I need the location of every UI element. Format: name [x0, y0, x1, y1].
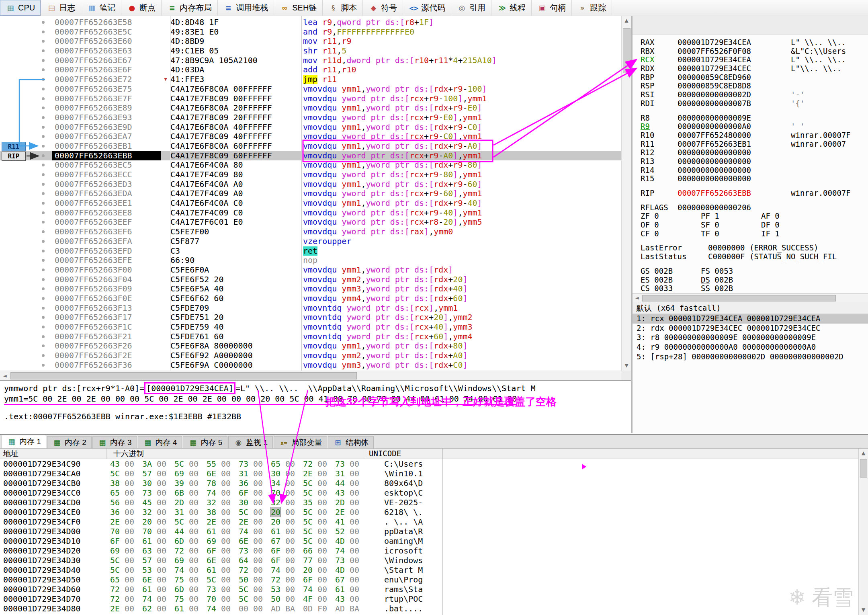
hex-byte[interactable]: 5C: [303, 507, 313, 517]
disasm-row[interactable]: 00007FF652663E5C49:83E1 E0and r9,FFFFFFF…: [0, 27, 621, 37]
breakpoint-dot[interactable]: [42, 316, 45, 319]
disasm-row[interactable]: 00007FF652663EE8C4A17E7F4C09 C0vmovdqu y…: [0, 208, 621, 218]
breakpoint-dot[interactable]: [42, 78, 45, 81]
toolbar-tab-source[interactable]: 源代码: [403, 0, 451, 16]
disasm-row[interactable]: 00007FF652663EFDC3ret: [0, 246, 621, 256]
disasm-row[interactable]: 00007FF652663F04C5FE6F52 20vmovdqu ymm2,…: [0, 275, 621, 285]
disassembly-view[interactable]: 00007FF652663E584D:8D48 1Flea r9,qword p…: [0, 16, 621, 371]
hex-byte[interactable]: 00: [285, 507, 295, 517]
disasm-hscrollbar[interactable]: ◄ ►: [0, 371, 631, 380]
hex-byte[interactable]: 00: [253, 498, 263, 507]
hex-byte[interactable]: 39: [174, 478, 184, 488]
hex-byte[interactable]: 50: [271, 594, 280, 604]
hex-byte[interactable]: 00: [157, 584, 166, 594]
hex-byte[interactable]: AD: [335, 604, 345, 613]
hex-byte[interactable]: 5C: [303, 488, 313, 498]
breakpoint-dot[interactable]: [42, 183, 45, 186]
hex-byte[interactable]: 00: [157, 469, 166, 478]
hex-byte[interactable]: 00: [157, 527, 166, 536]
toolbar-tab-script[interactable]: 脚本: [323, 0, 363, 16]
hex-byte[interactable]: 00: [285, 556, 295, 565]
fastcall-row[interactable]: 1: rcx 000001D729E34CEA 000001D729E34CEA: [633, 314, 868, 324]
hex-byte[interactable]: 00: [221, 498, 231, 507]
hex-byte[interactable]: 00: [221, 604, 231, 613]
hex-byte[interactable]: 6F: [207, 546, 216, 556]
hex-byte[interactable]: 00: [350, 546, 359, 556]
register-row-rsp[interactable]: RSP000000859C8ED8D8: [641, 82, 868, 90]
hex-byte[interactable]: 70: [110, 527, 120, 536]
hex-byte[interactable]: 36: [239, 478, 248, 488]
hex-byte[interactable]: 00: [317, 594, 327, 604]
hex-byte[interactable]: 00: [285, 584, 295, 594]
hex-byte[interactable]: 00: [221, 469, 231, 478]
hex-byte[interactable]: 00: [125, 575, 134, 584]
hex-byte[interactable]: 63: [142, 546, 152, 556]
register-row-r15[interactable]: R150000000000000000: [641, 174, 868, 183]
hex-byte[interactable]: 67: [335, 575, 345, 584]
disasm-row[interactable]: 00007FF652663EF6C5FE7F00vmovdqu yword pt…: [0, 227, 621, 237]
hex-byte[interactable]: 00: [221, 594, 231, 604]
hex-byte[interactable]: 6F: [271, 546, 280, 556]
hex-byte[interactable]: 67: [271, 536, 280, 546]
hex-byte[interactable]: 44: [335, 478, 345, 488]
registers-hscrollbar[interactable]: ◄: [633, 293, 868, 302]
register-row-rcx[interactable]: RCX000001D729E34CEAL" \\.. \\..: [641, 55, 868, 64]
memory-row[interactable]: 000001D729E34C9043003A005C00550073006500…: [0, 459, 442, 469]
hex-byte[interactable]: 74: [174, 565, 184, 575]
disasm-row[interactable]: 00007FF652663F00C5FE6F0Avmovdqu ymm1,ywo…: [0, 265, 621, 275]
breakpoint-dot[interactable]: [42, 97, 45, 100]
hex-byte[interactable]: 32: [207, 498, 216, 507]
hex-byte[interactable]: 72: [110, 584, 120, 594]
disasm-row[interactable]: 00007FF652663EEFC4A17E7F6C01 E0vmovdqu y…: [0, 217, 621, 227]
breakpoint-dot[interactable]: [42, 307, 45, 310]
disasm-row[interactable]: 00007FF652663EA7C4A17E7F8C09 40FFFFFFvmo…: [0, 132, 621, 141]
hex-byte[interactable]: 65: [110, 575, 120, 584]
hex-byte[interactable]: 00: [189, 594, 199, 604]
hex-byte[interactable]: 00: [189, 498, 199, 507]
disasm-row[interactable]: 00007FF652663F36C5FE6F9A C0000000vmovdqu…: [0, 361, 621, 370]
register-row-r11[interactable]: R1100007FF652663EB1winrar.00007: [641, 140, 868, 149]
hex-byte[interactable]: 00: [350, 498, 359, 507]
hex-byte[interactable]: 2E: [207, 517, 216, 527]
hex-byte[interactable]: 00: [350, 507, 359, 517]
hex-byte[interactable]: 00: [253, 604, 263, 613]
memory-row[interactable]: 000001D729E34CF02E0020005C002E002E002000…: [0, 517, 442, 527]
hex-byte[interactable]: 55: [207, 459, 216, 469]
dump-tab-locals[interactable]: 局部变量: [274, 436, 327, 448]
hex-byte[interactable]: 00: [285, 498, 295, 507]
breakpoint-dot[interactable]: [42, 287, 45, 290]
scroll-left-icon[interactable]: ◄: [0, 371, 10, 381]
hex-byte[interactable]: 00: [253, 527, 263, 536]
hex-byte[interactable]: 00: [317, 459, 327, 469]
disasm-row[interactable]: 00007FF652663EBBC4A17E7F8C09 60FFFFFFvmo…: [0, 151, 621, 161]
hex-byte[interactable]: 73: [239, 459, 248, 469]
hex-byte[interactable]: 4F: [303, 594, 313, 604]
breakpoint-dot[interactable]: [42, 107, 45, 109]
hex-byte[interactable]: 00: [125, 517, 134, 527]
hex-byte[interactable]: 00: [285, 517, 295, 527]
register-row-r13[interactable]: R130000000000000000: [641, 157, 868, 166]
hex-byte[interactable]: 00: [125, 536, 134, 546]
breakpoint-dot[interactable]: [42, 344, 45, 347]
memory-row[interactable]: 000001D729E34D60720061006D0073005C005300…: [0, 584, 442, 594]
breakpoint-dot[interactable]: [42, 154, 45, 157]
disasm-row[interactable]: 00007FF652663E75C4A17E6F8C0A 00FFFFFFvmo…: [0, 84, 621, 94]
breakpoint-dot[interactable]: [42, 31, 45, 33]
hex-byte[interactable]: 6F: [303, 575, 313, 584]
register-row-rbp[interactable]: RBP000000859C8ED960: [641, 73, 868, 82]
hex-byte[interactable]: 00: [189, 527, 199, 536]
disasm-row[interactable]: 00007FF652663E9DC4A17E6F8C0A 40FFFFFFvmo…: [0, 123, 621, 132]
flags-row[interactable]: CS 0033SS 002B: [641, 284, 868, 293]
hex-byte[interactable]: 36: [110, 507, 120, 517]
hex-byte[interactable]: 52: [335, 527, 345, 536]
hex-byte[interactable]: 00: [317, 584, 327, 594]
hex-byte[interactable]: 00: [125, 546, 134, 556]
hex-byte[interactable]: 00: [157, 594, 166, 604]
hex-byte[interactable]: 61: [271, 527, 280, 536]
hex-byte[interactable]: 61: [142, 536, 152, 546]
hex-byte[interactable]: 6E: [239, 536, 248, 546]
breakpoint-dot[interactable]: [42, 269, 45, 271]
memory-row[interactable]: 000001D729E34D802E006200610074000000ADBA…: [0, 604, 442, 613]
breakpoint-dot[interactable]: [42, 354, 45, 357]
hex-byte[interactable]: 00: [317, 546, 327, 556]
